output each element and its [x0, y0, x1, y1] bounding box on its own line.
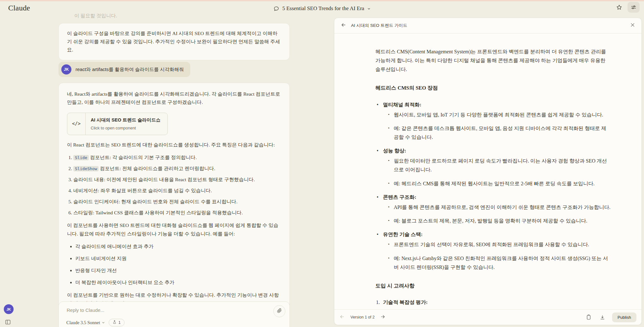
assistant-features-intro: 이 React 컴포넌트는 SEO 트렌드에 대한 슬라이드쇼를 생성합니다. …: [67, 141, 281, 149]
feature-item: Slide 컴포넌트: 각 슬라이드의 기본 구조를 정의합니다.: [73, 153, 281, 162]
assistant-message-previous: 이 슬라이드 구성을 바탕으로 강의를 준비하시면 AI 시대의 SEO 트렌드…: [58, 23, 290, 60]
artifact-panel: AI 시대의 SEO 트렌드 가이드 헤드리스 CMS(Content Mana…: [334, 18, 642, 325]
star-button[interactable]: [613, 2, 625, 13]
artifact-card-subtitle: Click to open component: [91, 125, 161, 132]
user-message-text: react와 artifacts를 활용하여 슬라이드를 시각화해줘: [76, 67, 184, 73]
chat-bubble-icon: [273, 6, 279, 12]
feature-item: 스타일링: Tailwind CSS 클래스를 사용하여 기본적인 스타일링을 …: [73, 209, 281, 217]
reply-input[interactable]: Reply to Claude...: [67, 307, 104, 313]
account-avatar[interactable]: JK: [4, 304, 14, 314]
artifact-title: AI 시대의 SEO 트렌드 가이드: [351, 23, 407, 28]
back-button[interactable]: [341, 22, 346, 29]
advantages-list: 멀티채널 최적화: 웹사이트, 모바일 앱, IoT 기기 등 다양한 플랫폼에…: [375, 100, 611, 272]
artifact-panel-footer: Version 1 of 2 Publish: [334, 309, 641, 325]
assistant-message-current: 네, React와 artifacts를 활용하여 슬라이드를 시각화해드리겠습…: [58, 83, 290, 318]
feature-item: 슬라이드 내용: 이전에 제안된 슬라이드 내용을 React 컴포넌트 형태로…: [73, 175, 281, 184]
enhancement-item: 키보드 네비게이션 지원: [75, 254, 281, 263]
next-version-button[interactable]: [380, 314, 386, 321]
attach-file-button[interactable]: [273, 305, 285, 317]
scrolled-message-fragment: 이 필요할 것입니다.: [74, 13, 117, 19]
doc-heading-advantages: 헤드리스 CMS의 SEO 장점: [375, 83, 611, 92]
user-message-row: JK react와 artifacts를 활용하여 슬라이드를 시각화해줘: [58, 62, 190, 77]
enhancement-item: 각 슬라이드에 애니메이션 효과 추가: [75, 242, 281, 251]
user-avatar: JK: [61, 64, 71, 74]
inline-code: SlideShow: [73, 166, 99, 171]
feature-item: 슬라이드 인디케이터: 현재 슬라이드 번호와 전체 슬라이드 수를 표시합니다…: [73, 198, 281, 206]
feature-list: Slide 컴포넌트: 각 슬라이드의 기본 구조를 정의합니다. SlideS…: [67, 153, 281, 217]
code-icon: </>: [67, 113, 86, 135]
advantage-item: 성능 향상: 필요한 데이터만 로드하므로 페이지 로딩 속도가 빨라집니다. …: [383, 146, 611, 188]
artifact-count: 1: [118, 320, 121, 325]
enhancement-list: 각 슬라이드에 애니메이션 효과 추가 키보드 네비게이션 지원 반응형 디자인…: [67, 242, 281, 287]
previous-version-button[interactable]: [339, 314, 345, 321]
artifact-panel-header: AI 시대의 SEO 트렌드 가이드: [334, 18, 641, 33]
user-message-bubble: JK react와 artifacts를 활용하여 슬라이드를 시각화해줘: [58, 62, 190, 77]
enhancement-item: 반응형 디자인 개선: [75, 266, 281, 275]
enhancement-item: 더 복잡한 레이아웃이나 인터랙티브 요소 추가: [75, 278, 281, 287]
sidebar-toggle-button[interactable]: [5, 319, 11, 326]
artifact-card-title: AI 시대의 SEO 트렌드 슬라이드쇼: [91, 116, 161, 124]
flask-icon: [112, 320, 117, 325]
copy-button[interactable]: [584, 312, 593, 322]
considerations-list: 기술적 복잡성 평가: 헤드리스 CMS는 기존 CMS에 비해 기술적으로 복…: [375, 298, 611, 309]
inline-code: Slide: [73, 155, 89, 160]
chat-title: 5 Essential SEO Trends for the AI Era: [282, 5, 364, 12]
document-content: 헤드리스 CMS(Content Management System)는 프론트…: [375, 47, 611, 309]
feature-item: SlideShow 컴포넌트: 전체 슬라이드쇼를 관리하고 렌더링합니다.: [73, 164, 281, 173]
download-button[interactable]: [598, 312, 607, 322]
artifact-count-pill[interactable]: 1: [109, 319, 125, 326]
settings-sliders-button[interactable]: [628, 2, 640, 13]
reply-composer[interactable]: Reply to Claude... Claude 3.5 Sonnet 1: [58, 301, 290, 327]
doc-paragraph: 헤드리스 CMS(Content Management System)는 프론트…: [375, 47, 611, 74]
assistant-usage-paragraph: 이 컴포넌트를 사용하면 SEO 트렌드에 대한 대화형 슬라이드쇼를 웹 페이…: [67, 221, 281, 238]
assistant-intro: 네, React와 artifacts를 활용하여 슬라이드를 시각화해드리겠습…: [67, 90, 281, 106]
advantage-item: 멀티채널 최적화: 웹사이트, 모바일 앱, IoT 기기 등 다양한 플랫폼에…: [383, 100, 611, 142]
close-button[interactable]: [630, 22, 635, 29]
doc-heading-considerations: 도입 시 고려사항: [375, 281, 611, 290]
chevron-down-icon: [102, 321, 105, 324]
chat-title-menu[interactable]: 5 Essential SEO Trends for the AI Era: [273, 5, 370, 12]
sidebar-toggle-icon: [5, 319, 11, 325]
assistant-message-text: 이 슬라이드 구성을 바탕으로 강의를 준비하시면 AI 시대의 SEO 트렌드…: [67, 31, 280, 52]
advantage-item: 유연한 기술 스택: 프론트엔드 기술의 선택이 자유로워, SEO에 최적화된…: [383, 230, 611, 272]
publish-button[interactable]: Publish: [612, 312, 636, 322]
feature-item: 네비게이션: 좌우 화살표 버튼으로 슬라이드를 넘길 수 있습니다.: [73, 187, 281, 195]
paperclip-icon: [276, 308, 282, 315]
chevron-down-icon: [367, 7, 371, 10]
consideration-item: 기술적 복잡성 평가: 헤드리스 CMS는 기존 CMS에 비해 기술적으로 복…: [383, 298, 611, 309]
model-selector[interactable]: Claude 3.5 Sonnet: [66, 320, 105, 325]
version-indicator: Version 1 of 2: [350, 315, 374, 319]
artifact-document-view[interactable]: 헤드리스 CMS(Content Management System)는 프론트…: [334, 33, 641, 309]
advantage-item: 콘텐츠 구조화: API를 통해 콘텐츠를 제공하므로, 검색 엔진이 이해하기…: [383, 193, 611, 225]
artifact-preview-card[interactable]: </> AI 시대의 SEO 트렌드 슬라이드쇼 Click to open c…: [67, 113, 168, 135]
claude-logo[interactable]: Claude: [8, 4, 30, 12]
